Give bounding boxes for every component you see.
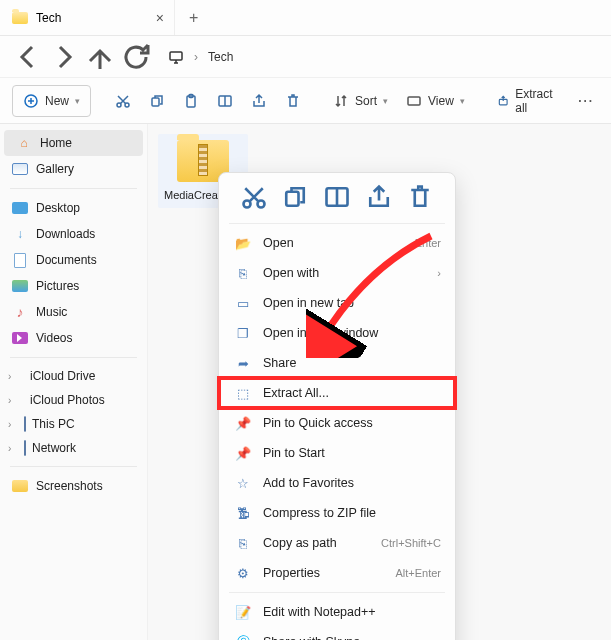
pc-icon bbox=[24, 417, 26, 431]
ctx-copy-button[interactable] bbox=[281, 183, 309, 211]
sidebar-label: Screenshots bbox=[36, 479, 103, 493]
sidebar-label: Pictures bbox=[36, 279, 79, 293]
sidebar-item-documents[interactable]: Documents bbox=[0, 247, 147, 273]
ctx-add-favorites[interactable]: ☆Add to Favorites bbox=[219, 468, 455, 498]
sidebar-item-network[interactable]: ›Network bbox=[0, 436, 147, 460]
extract-all-button[interactable]: Extract all bbox=[489, 85, 564, 117]
ctx-hint: Ctrl+Shift+C bbox=[381, 537, 441, 549]
network-icon bbox=[24, 441, 26, 455]
sidebar-item-videos[interactable]: Videos bbox=[0, 325, 147, 351]
sidebar-item-downloads[interactable]: ↓Downloads bbox=[0, 221, 147, 247]
ctx-share[interactable]: ➦Share bbox=[219, 348, 455, 378]
ctx-extract-all[interactable]: ⬚Extract All... bbox=[219, 378, 455, 408]
sidebar-label: Downloads bbox=[36, 227, 95, 241]
new-button[interactable]: New ▾ bbox=[12, 85, 91, 117]
ctx-notepadpp[interactable]: 📝Edit with Notepad++ bbox=[219, 597, 455, 627]
sidebar-label: Network bbox=[32, 441, 76, 455]
sidebar-label: Desktop bbox=[36, 201, 80, 215]
chevron-right-icon: › bbox=[437, 267, 441, 279]
up-button[interactable] bbox=[84, 41, 116, 73]
folder-icon bbox=[12, 478, 28, 494]
rename-icon bbox=[217, 93, 233, 109]
videos-icon bbox=[12, 330, 28, 346]
tab-icon: ▭ bbox=[235, 295, 251, 311]
ctx-copy-path[interactable]: ⎘Copy as pathCtrl+Shift+C bbox=[219, 528, 455, 558]
delete-button[interactable] bbox=[277, 85, 309, 117]
ctx-delete-button[interactable] bbox=[406, 183, 434, 211]
more-button[interactable]: ··· bbox=[570, 85, 602, 117]
copy-icon bbox=[281, 183, 309, 211]
sidebar-item-icloud-drive[interactable]: ›iCloud Drive bbox=[0, 364, 147, 388]
svg-rect-12 bbox=[287, 192, 299, 206]
breadcrumb[interactable]: › Tech bbox=[168, 49, 233, 65]
svg-point-2 bbox=[117, 103, 121, 107]
ctx-cut-button[interactable] bbox=[240, 183, 268, 211]
clipboard-icon bbox=[183, 93, 199, 109]
ctx-open-with[interactable]: ⎘Open with› bbox=[219, 258, 455, 288]
ctx-hint: Enter bbox=[415, 237, 441, 249]
ctx-pin-start[interactable]: 📌Pin to Start bbox=[219, 438, 455, 468]
ctx-label: Pin to Quick access bbox=[263, 416, 373, 430]
ctx-label: Compress to ZIP file bbox=[263, 506, 376, 520]
ctx-label: Extract All... bbox=[263, 386, 329, 400]
sidebar-item-gallery[interactable]: Gallery bbox=[0, 156, 147, 182]
refresh-icon bbox=[120, 41, 152, 73]
sidebar-item-pictures[interactable]: Pictures bbox=[0, 273, 147, 299]
ctx-skype[interactable]: ⓈShare with Skype bbox=[219, 627, 455, 640]
sidebar-item-screenshots[interactable]: Screenshots bbox=[0, 473, 147, 499]
ctx-share-button[interactable] bbox=[365, 183, 393, 211]
refresh-button[interactable] bbox=[120, 41, 152, 73]
close-icon[interactable]: × bbox=[156, 10, 164, 26]
notepadpp-icon: 📝 bbox=[235, 604, 251, 620]
arrow-left-icon bbox=[12, 41, 44, 73]
sidebar-item-icloud-photos[interactable]: ›iCloud Photos bbox=[0, 388, 147, 412]
paste-button[interactable] bbox=[175, 85, 207, 117]
share-button[interactable] bbox=[243, 85, 275, 117]
scissors-icon bbox=[115, 93, 131, 109]
ctx-rename-button[interactable] bbox=[323, 183, 351, 211]
new-tab-button[interactable]: + bbox=[175, 9, 212, 27]
back-button[interactable] bbox=[12, 41, 44, 73]
browser-tab[interactable]: Tech × bbox=[0, 0, 175, 35]
scissors-icon bbox=[240, 183, 268, 211]
ctx-label: Open bbox=[263, 236, 294, 250]
sidebar: ⌂Home Gallery Desktop ↓Downloads Documen… bbox=[0, 124, 148, 640]
sidebar-item-music[interactable]: ♪Music bbox=[0, 299, 147, 325]
new-label: New bbox=[45, 94, 69, 108]
chevron-right-icon: › bbox=[194, 50, 198, 64]
ctx-label: Properties bbox=[263, 566, 320, 580]
sidebar-item-this-pc[interactable]: ›This PC bbox=[0, 412, 147, 436]
sidebar-label: iCloud Drive bbox=[30, 369, 95, 383]
downloads-icon: ↓ bbox=[12, 226, 28, 242]
share-icon bbox=[365, 183, 393, 211]
sidebar-label: This PC bbox=[32, 417, 75, 431]
sidebar-item-home[interactable]: ⌂Home bbox=[4, 130, 143, 156]
context-quick-actions bbox=[219, 179, 455, 219]
view-button[interactable]: View ▾ bbox=[398, 85, 473, 117]
copy-button[interactable] bbox=[141, 85, 173, 117]
forward-button[interactable] bbox=[48, 41, 80, 73]
chevron-down-icon: ▾ bbox=[460, 96, 465, 106]
chevron-right-icon: › bbox=[8, 395, 18, 406]
sidebar-item-desktop[interactable]: Desktop bbox=[0, 195, 147, 221]
sidebar-label: Home bbox=[40, 136, 72, 150]
sidebar-label: Documents bbox=[36, 253, 97, 267]
sort-button[interactable]: Sort ▾ bbox=[325, 85, 396, 117]
sidebar-label: iCloud Photos bbox=[30, 393, 105, 407]
plus-circle-icon bbox=[23, 93, 39, 109]
sidebar-label: Music bbox=[36, 305, 67, 319]
ctx-properties[interactable]: ⚙PropertiesAlt+Enter bbox=[219, 558, 455, 588]
zip-icon: 🗜 bbox=[235, 505, 251, 521]
extract-label: Extract all bbox=[515, 87, 556, 115]
titlebar: Tech × + bbox=[0, 0, 611, 36]
cut-button[interactable] bbox=[107, 85, 139, 117]
ctx-open-window[interactable]: ❐Open in new window bbox=[219, 318, 455, 348]
rename-button[interactable] bbox=[209, 85, 241, 117]
ctx-pin-quick[interactable]: 📌Pin to Quick access bbox=[219, 408, 455, 438]
ctx-open[interactable]: 📂OpenEnter bbox=[219, 228, 455, 258]
svg-rect-8 bbox=[408, 97, 420, 105]
copy-path-icon: ⎘ bbox=[235, 535, 251, 551]
ctx-compress[interactable]: 🗜Compress to ZIP file bbox=[219, 498, 455, 528]
ctx-open-tab[interactable]: ▭Open in new tab bbox=[219, 288, 455, 318]
sidebar-label: Videos bbox=[36, 331, 72, 345]
